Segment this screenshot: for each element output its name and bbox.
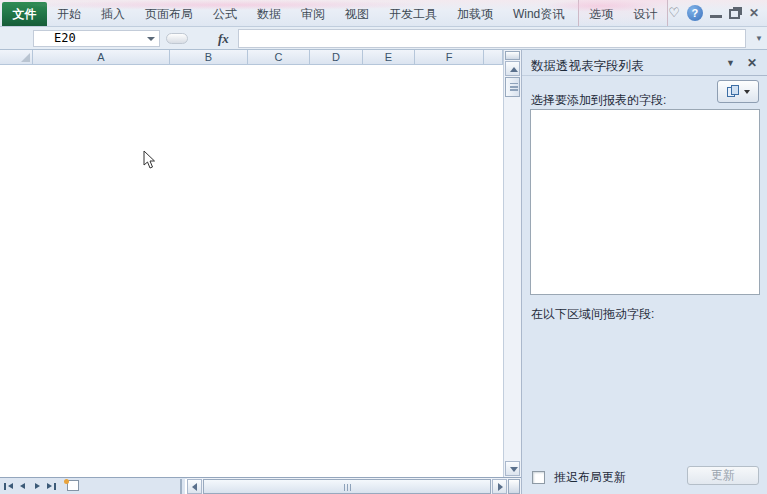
update-button[interactable]: 更新 (687, 466, 759, 485)
contextual-tab-group: 选项设计 (578, 0, 668, 26)
pane-menu-icon[interactable]: ▼ (726, 58, 735, 68)
ribbon-tab[interactable]: 视图 (335, 3, 379, 26)
vertical-scrollbar[interactable] (503, 50, 521, 477)
pivot-field-list-pane: 数据透视表字段列表 ▼ ✕ 选择要添加到报表的字段: 在以下区域间拖动字段: 推… (521, 50, 767, 494)
first-sheet-icon[interactable] (3, 480, 16, 493)
ribbon-tab[interactable]: 开始 (47, 3, 91, 26)
ribbon-tab[interactable]: 插入 (91, 3, 135, 26)
pane-close-icon[interactable]: ✕ (747, 56, 757, 70)
column-header-E[interactable]: E (363, 50, 415, 65)
ribbon-tab[interactable]: 页面布局 (135, 3, 203, 26)
column-headers: ABCDEF (0, 50, 503, 65)
mouse-cursor (143, 150, 156, 169)
next-sheet-icon[interactable] (31, 480, 44, 493)
name-box-value: E20 (54, 31, 76, 45)
expand-formula-bar-icon[interactable]: ▼ (755, 34, 763, 43)
ribbon-tab[interactable]: 审阅 (291, 3, 335, 26)
restore-icon[interactable] (729, 9, 740, 19)
tab-split-handle[interactable] (180, 479, 187, 494)
horizontal-scroll-thumb[interactable] (203, 479, 491, 494)
sheet-navigation (0, 480, 61, 493)
name-box-dropdown-icon[interactable] (147, 37, 155, 41)
horizontal-scrollbar[interactable] (187, 478, 521, 494)
scroll-down-icon[interactable] (505, 461, 520, 476)
choose-fields-label: 选择要添加到报表的字段: (531, 92, 666, 109)
defer-layout-checkbox[interactable] (532, 471, 545, 484)
pane-title: 数据透视表字段列表 (531, 58, 644, 75)
ribbon-tabs: 开始插入页面布局公式数据审阅视图开发工具加载项Wind资讯 (47, 3, 574, 26)
ribbon-tab[interactable]: 数据 (247, 3, 291, 26)
formula-bar: E20 fx ▼ (0, 27, 767, 50)
window-controls: ♡ ? ✕ (668, 0, 767, 26)
help-icon[interactable]: ? (687, 5, 703, 21)
scroll-left-icon[interactable] (187, 479, 202, 494)
select-all-corner[interactable] (0, 50, 33, 65)
close-icon[interactable]: ✕ (749, 6, 759, 20)
file-tab[interactable]: 文件 (2, 2, 47, 26)
insert-worksheet-icon[interactable] (63, 479, 85, 493)
worksheet-area: ABCDEF (0, 50, 521, 494)
column-header-B[interactable]: B (170, 50, 248, 65)
contextual-ribbon-tab[interactable]: 选项 (579, 3, 623, 26)
formula-bar-button[interactable] (166, 33, 188, 44)
column-header-partial[interactable] (484, 50, 503, 65)
scrollbar-end-cap (508, 479, 520, 494)
ribbon-tab-bar: 文件 开始插入页面布局公式数据审阅视图开发工具加载项Wind资讯 选项设计 ♡ … (0, 0, 767, 27)
column-header-F[interactable]: F (415, 50, 484, 65)
vertical-scroll-thumb[interactable] (505, 77, 520, 97)
field-list (530, 109, 760, 295)
layout-icon (727, 85, 740, 98)
ribbon-tab[interactable]: Wind资讯 (503, 3, 574, 26)
grid-rows (0, 65, 503, 477)
ribbon-tab[interactable]: 公式 (203, 3, 247, 26)
excel-window: 文件 开始插入页面布局公式数据审阅视图开发工具加载项Wind资讯 选项设计 ♡ … (0, 0, 767, 494)
favorite-icon[interactable]: ♡ (668, 6, 680, 19)
column-header-A[interactable]: A (33, 50, 170, 65)
minimize-icon[interactable] (710, 8, 722, 18)
defer-layout-label: 推迟布局更新 (554, 469, 626, 486)
field-list-layout-button[interactable] (717, 80, 759, 103)
drag-areas-label: 在以下区域间拖动字段: (531, 306, 654, 323)
last-sheet-icon[interactable] (45, 480, 58, 493)
sheet-tab-bar (0, 477, 521, 494)
column-header-C[interactable]: C (248, 50, 310, 65)
contextual-ribbon-tab[interactable]: 设计 (623, 3, 667, 26)
chevron-down-icon (744, 90, 750, 94)
scroll-up-icon[interactable] (505, 61, 520, 76)
ribbon-tab[interactable]: 开发工具 (379, 3, 447, 26)
ribbon-tab[interactable]: 加载项 (447, 3, 503, 26)
formula-input[interactable] (238, 29, 746, 48)
divider (522, 75, 767, 76)
split-handle[interactable] (505, 51, 520, 60)
scroll-right-icon[interactable] (492, 479, 507, 494)
defer-layout-row: 推迟布局更新 (531, 469, 626, 486)
name-box[interactable]: E20 (33, 30, 160, 47)
previous-sheet-icon[interactable] (17, 480, 30, 493)
insert-function-icon[interactable]: fx (218, 31, 229, 47)
column-header-D[interactable]: D (310, 50, 363, 65)
